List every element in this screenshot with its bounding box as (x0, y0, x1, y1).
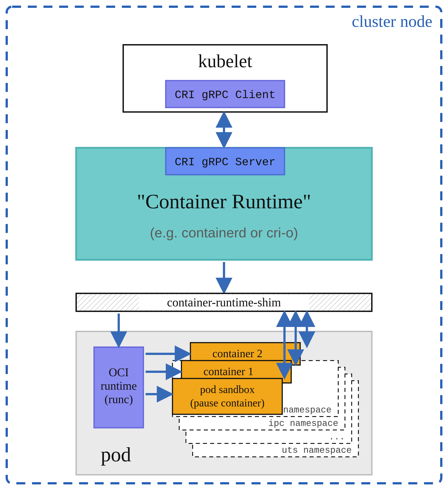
container-runtime-title: "Container Runtime" (137, 190, 311, 213)
diagram-root: cluster node kubelet CRI gRPC Client CRI… (0, 0, 448, 490)
container-runtime-subtitle: (e.g. containerd or cri-o) (150, 225, 298, 240)
ns-uts-label: uts namespace (282, 446, 352, 455)
cluster-node-label: cluster node (352, 12, 432, 30)
pod-label: pod (101, 443, 131, 466)
oci-runtime-line2: runtime (101, 379, 137, 392)
kubelet-title: kubelet (198, 51, 252, 71)
pod-sandbox-line1: pod sandbox (200, 383, 255, 395)
cri-server-label: CRI gRPC Server (175, 156, 275, 169)
ns-ipc-label: ipc namespace (268, 419, 338, 429)
container-1-label: container 1 (203, 365, 254, 377)
oci-runtime-line1: OCI (109, 366, 129, 379)
ns-dots-label: ... (329, 432, 345, 442)
pod-sandbox-line2: (pause container) (190, 397, 264, 409)
container-2-label: container 2 (212, 347, 263, 360)
shim-label: container-runtime-shim (167, 296, 281, 309)
oci-runtime-line3: (runc) (104, 393, 133, 406)
cri-client-label: CRI gRPC Client (175, 89, 275, 101)
